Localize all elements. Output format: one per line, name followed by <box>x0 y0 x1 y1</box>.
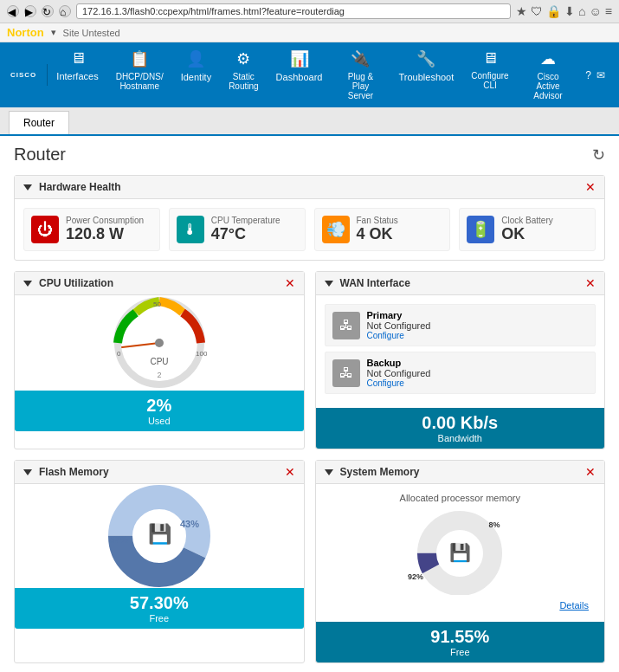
page-title: Router <box>14 145 66 165</box>
browser-forward[interactable]: ▶ <box>24 5 36 17</box>
sysmem-collapse-icon[interactable] <box>325 469 333 475</box>
cpu-gauge-svg: 0 100 50 CPU 2 <box>112 295 207 391</box>
svg-text:50: 50 <box>153 300 161 308</box>
cpu-close[interactable]: ✕ <box>285 276 295 290</box>
nav-interfaces[interactable]: 🖥 Interfaces <box>48 42 106 107</box>
wan-backup-value: Not Configured <box>367 368 431 378</box>
nav-identity[interactable]: 👤 Identity <box>172 42 220 107</box>
wan-value: 0.00 Kb/s <box>321 413 600 433</box>
sysmem-close[interactable]: ✕ <box>585 465 596 479</box>
flash-widget-header: Flash Memory ✕ <box>15 461 304 484</box>
sysmem-details-link[interactable]: Details <box>325 598 596 613</box>
download-icon[interactable]: ⬇ <box>564 4 575 18</box>
sysmem-chart-wrap: Allocated processor memory 💾 8% <box>325 493 596 598</box>
nav-static-routing[interactable]: ⚙ StaticRouting <box>220 42 267 107</box>
svg-text:8%: 8% <box>489 520 500 529</box>
wan-backup: 🖧 Backup Not Configured Configure <box>325 352 596 394</box>
cisco-active-icon: ☁ <box>540 49 556 68</box>
norton-dropdown[interactable]: ▾ <box>51 27 56 38</box>
menu-icon[interactable]: ≡ <box>605 4 612 18</box>
svg-text:100: 100 <box>196 350 207 358</box>
hw-health-items: ⏻ Power Consumption 120.8 W 🌡 CPU Temper… <box>15 199 604 260</box>
hw-health-header: Hardware Health ✕ <box>15 176 604 199</box>
cpu-footer: 2% Used <box>15 391 304 431</box>
cpu-body: 0 100 50 CPU 2 <box>15 295 304 391</box>
nav-troubleshoot-label: Troubleshoot <box>399 72 455 82</box>
sysmem-title: System Memory <box>325 466 420 478</box>
cpu-label: Used <box>20 416 299 426</box>
emoji-icon[interactable]: ☺ <box>590 4 602 18</box>
lock-icon[interactable]: 🔒 <box>546 4 561 18</box>
nav-troubleshoot[interactable]: 🔧 Troubleshoot <box>390 42 463 107</box>
flash-close[interactable]: ✕ <box>285 465 295 479</box>
hw-health-close[interactable]: ✕ <box>585 180 596 194</box>
svg-point-2 <box>155 339 164 347</box>
nav-dhcp-label: DHCP/DNS/Hostname <box>116 72 164 91</box>
hw-temp-info: CPU Temperature 47°C <box>211 216 280 243</box>
wan-backup-configure[interactable]: Configure <box>367 378 431 388</box>
nav-dashboard[interactable]: 📊 Dashboard <box>268 42 332 107</box>
wan-primary-configure[interactable]: Configure <box>367 331 431 340</box>
nav-plug-play[interactable]: 🔌 Plug & PlayServer <box>331 42 390 107</box>
battery-label: Clock Battery <box>501 216 552 225</box>
cli-icon: 🖥 <box>482 49 498 68</box>
wan-backup-icon: 🖧 <box>332 359 360 387</box>
svg-text:2: 2 <box>157 371 161 379</box>
sysmem-chart-title: Allocated processor memory <box>400 493 520 503</box>
page-header: Router ↻ <box>14 145 605 165</box>
browser-toolbar: ★ 🛡 🔒 ⬇ ⌂ ☺ ≡ <box>516 4 612 18</box>
url-bar[interactable] <box>76 3 511 19</box>
hw-power-info: Power Consumption 120.8 W <box>66 216 144 243</box>
browser-home[interactable]: ⌂ <box>59 5 71 17</box>
browser-refresh[interactable]: ↻ <box>42 5 54 17</box>
home-icon[interactable]: ⌂ <box>578 4 585 18</box>
wan-collapse-icon[interactable] <box>325 281 333 287</box>
svg-text:CPU: CPU <box>150 357 168 366</box>
main-widgets-grid: CPU Utilization ✕ <box>14 271 605 663</box>
wan-backup-info: Backup Not Configured Configure <box>367 358 431 388</box>
dashboard-icon: 📊 <box>290 49 309 68</box>
battery-value: OK <box>501 225 552 243</box>
power-label: Power Consumption <box>66 216 144 225</box>
nav-cisco-active[interactable]: ☁ Cisco ActiveAdvisor <box>518 42 579 107</box>
collapse-icon[interactable] <box>23 184 32 191</box>
flash-body: 💾 57% 43% <box>15 484 304 588</box>
help-icon[interactable]: ? <box>585 69 591 81</box>
cpu-value: 2% <box>20 396 299 416</box>
nav-configure-cli[interactable]: 🖥 ConfigureCLI <box>462 42 517 107</box>
svg-text:43%: 43% <box>180 519 199 529</box>
temp-value: 47°C <box>211 225 280 243</box>
shield-icon[interactable]: 🛡 <box>531 4 543 18</box>
plug-play-icon: 🔌 <box>351 49 370 68</box>
main-nav: CISCO 🖥 Interfaces 📋 DHCP/DNS/Hostname 👤… <box>0 42 619 107</box>
cpu-collapse-icon[interactable] <box>23 281 32 287</box>
wan-body: 🖧 Primary Not Configured Configure 🖧 Bac… <box>316 295 605 408</box>
bookmark-icon[interactable]: ★ <box>516 4 527 18</box>
browser-chrome: ◀ ▶ ↻ ⌂ ★ 🛡 🔒 ⬇ ⌂ ☺ ≡ <box>0 0 619 23</box>
power-value: 120.8 W <box>66 225 144 243</box>
wan-close[interactable]: ✕ <box>585 276 596 290</box>
nav-dashboard-label: Dashboard <box>276 72 323 82</box>
refresh-button[interactable]: ↻ <box>592 145 605 165</box>
hw-battery: 🔋 Clock Battery OK <box>459 208 596 251</box>
dhcp-icon: 📋 <box>130 49 149 68</box>
temp-icon: 🌡 <box>177 216 204 243</box>
nav-right-icons: ? ✉ <box>578 62 612 88</box>
tab-bar: Router <box>0 107 619 136</box>
interfaces-icon: 🖥 <box>70 49 86 68</box>
svg-text:92%: 92% <box>408 572 423 581</box>
tab-router[interactable]: Router <box>9 111 69 134</box>
flash-collapse-icon[interactable] <box>23 469 32 475</box>
nav-dhcp[interactable]: 📋 DHCP/DNS/Hostname <box>107 42 172 107</box>
fan-value: 4 OK <box>357 225 398 243</box>
cpu-widget-header: CPU Utilization ✕ <box>15 272 304 295</box>
nav-cli-label: ConfigureCLI <box>471 71 508 90</box>
hw-power: ⏻ Power Consumption 120.8 W <box>23 208 160 251</box>
static-routing-icon: ⚙ <box>236 49 250 68</box>
svg-text:💾: 💾 <box>147 522 171 546</box>
browser-back[interactable]: ◀ <box>7 5 19 17</box>
hw-cpu-temp: 🌡 CPU Temperature 47°C <box>169 208 306 251</box>
svg-line-1 <box>122 343 159 347</box>
mail-icon[interactable]: ✉ <box>596 69 605 81</box>
cpu-title: CPU Utilization <box>23 277 113 289</box>
